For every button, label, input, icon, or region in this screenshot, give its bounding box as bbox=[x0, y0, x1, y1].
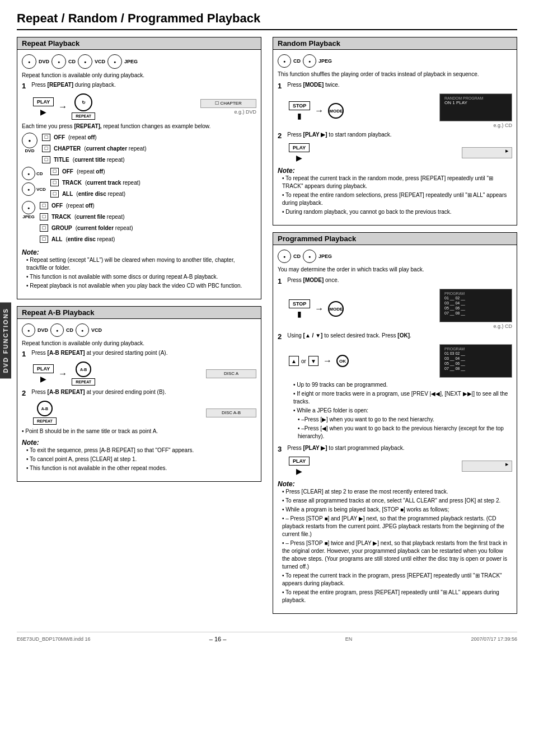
dvd-off-desc: (repeat off) bbox=[68, 134, 97, 140]
jpeg-track-label: TRACK bbox=[51, 214, 71, 220]
prog-note-3: – Press [STOP ■] and [PLAY ▶] next, so t… bbox=[282, 515, 512, 538]
dvd-options: ● DVD ☐ OFF (repeat off) ☐ CHAPTER (curr… bbox=[22, 133, 256, 165]
rand-arrow1: → bbox=[315, 106, 324, 116]
jpeg-track-icon: ☐ bbox=[40, 213, 48, 220]
prog-cd-icon: ● bbox=[278, 250, 291, 263]
prog-note-6: To repeat the entire program, press [REP… bbox=[282, 589, 512, 604]
jpeg-off-icon: ☐ bbox=[40, 202, 48, 209]
random-disc-icons: ● CD ● JPEG bbox=[278, 54, 512, 68]
footer-lang: EN bbox=[345, 636, 353, 642]
prog-note-next: –Press [▶] when you want to go to the ne… bbox=[293, 416, 512, 424]
jpeg-label: JPEG bbox=[124, 59, 138, 64]
cd-all-icon: ☐ bbox=[50, 190, 59, 198]
cd-repeat-items: ☐ OFF (repeat off) ☐ TRACK (current trac… bbox=[50, 167, 140, 199]
prog-jpeg-label: JPEG bbox=[318, 253, 332, 259]
jpeg-all-label: ALL bbox=[51, 236, 62, 242]
prog-note-0: Press [CLEAR] at step 2 to erase the mos… bbox=[282, 488, 512, 496]
repeat-step1-diagram: PLAY ▶ → ↻ REPEAT ☐ CHAPTER e.g.) DVD bbox=[33, 93, 256, 120]
repeat-ab-section: Repeat A-B Playback ● DVD ● CD ● VCD Rep… bbox=[17, 306, 261, 482]
ab-note: Note: To exit the sequence, press [A-B R… bbox=[22, 439, 256, 472]
rand-cd-label: CD bbox=[293, 58, 301, 64]
ok-btn: OK bbox=[336, 355, 349, 367]
prog-note-tracks: Up to 99 tracks can be programmed. bbox=[293, 381, 512, 389]
random-step1-diagram: STOP ▮ → MODE RANDOM PROGRAM ON 1 PLAY e… bbox=[289, 93, 512, 128]
prog-step1-num: 1 bbox=[278, 277, 282, 285]
repeat-note-1: Repeat setting (except "ALL") will be cl… bbox=[26, 256, 256, 272]
vcd-label: VCD bbox=[95, 59, 105, 64]
footer: E6E73UD_BDP170MW8.indd 16 – 16 – EN 2007… bbox=[17, 632, 517, 642]
ab-note-1: To exit the sequence, press [A-B REPEAT]… bbox=[26, 447, 256, 454]
dvd-off: ☐ OFF (repeat off) bbox=[42, 134, 147, 141]
prog-arrow2: → bbox=[323, 356, 332, 366]
jpeg-off-label: OFF bbox=[51, 203, 63, 209]
ab-point-note: • Point B should be in the same title or… bbox=[22, 428, 256, 434]
ab-repeat-btn2: A-B bbox=[37, 401, 53, 416]
random-step2-num: 2 bbox=[278, 132, 282, 140]
left-column: Repeat Playback ● DVD ● CD ● VCD ● JPEG … bbox=[17, 37, 261, 621]
programmed-header: Programmed Playback bbox=[273, 233, 517, 245]
random-step2-text: Press [PLAY ▶] to start random playback. bbox=[287, 132, 391, 138]
dvd-title-label: TITLE bbox=[54, 157, 69, 163]
dvd-title-desc: (current title repeat) bbox=[73, 157, 125, 163]
prog-stop-btn: STOP bbox=[289, 299, 310, 308]
programmed-section: Programmed Playback ● CD ● JPEG You may … bbox=[273, 232, 517, 614]
prog-step3-num: 3 bbox=[278, 445, 282, 453]
prog-cd-label: CD bbox=[293, 253, 301, 259]
ab-repeat-label: REPEAT bbox=[72, 378, 95, 386]
random-step1-num: 1 bbox=[278, 82, 282, 90]
prog-note: Note: Press [CLEAR] at step 2 to erase t… bbox=[278, 480, 512, 604]
rand-mode-btn: MODE bbox=[328, 103, 344, 119]
jpeg-repeat-items: ☐ OFF (repeat off) ☐ TRACK (current file… bbox=[40, 201, 133, 244]
prog-note-2: While a program is being played back, [S… bbox=[282, 506, 512, 514]
cd-all-desc: (entire disc repeat) bbox=[76, 191, 125, 197]
cd-icon: ● bbox=[51, 54, 66, 69]
ab-dvd-label: DVD bbox=[38, 327, 48, 333]
repeat-note-title: Note: bbox=[22, 248, 256, 256]
random-note-list: To repeat the current track in the rando… bbox=[278, 175, 512, 216]
dvd-chapter-desc: (current chapter repeat) bbox=[84, 145, 146, 152]
random-playback-section: Random Playback ● CD ● JPEG This functio… bbox=[273, 37, 517, 226]
prog-note-5: To repeat the current track in the progr… bbox=[282, 572, 512, 588]
jpeg-badge-label: JPEG bbox=[22, 214, 34, 219]
repeat-step1-num: 1 bbox=[22, 82, 26, 90]
prog-disc-icons: ● CD ● JPEG bbox=[278, 250, 512, 263]
repeat-step1: 1 Press [REPEAT] during playback. bbox=[22, 82, 256, 90]
vcd-badge-label: VCD bbox=[36, 187, 46, 192]
dvd-badge: ● bbox=[22, 133, 38, 148]
jpeg-all-icon: ☐ bbox=[40, 236, 48, 243]
ab-note-3: This function is not available in the ot… bbox=[26, 464, 256, 472]
random-step2-diagram: PLAY ▶ ▶ bbox=[289, 143, 512, 162]
cd-track: ☐ TRACK (current track repeat) bbox=[50, 179, 140, 186]
random-note-2: To repeat the entire random selections, … bbox=[282, 191, 512, 207]
repeat-note: Note: Repeat setting (except "ALL") will… bbox=[22, 248, 256, 290]
jpeg-badge: ● bbox=[22, 201, 35, 214]
cd-label: CD bbox=[68, 59, 76, 64]
ab-vcd-label: VCD bbox=[91, 327, 102, 333]
repeat-playback-header: Repeat Playback bbox=[17, 37, 261, 50]
jpeg-group-label: GROUP bbox=[51, 225, 72, 231]
repeat-note-list: Repeat setting (except "ALL") will be cl… bbox=[22, 256, 256, 290]
repeat-disc-icons: ● DVD ● CD ● VCD ● JPEG bbox=[22, 54, 256, 69]
rand-stop-btn: STOP bbox=[289, 101, 310, 110]
random-note-title: Note: bbox=[278, 167, 512, 175]
dvd-chapter-icon: ☐ bbox=[42, 145, 50, 152]
rand-jpeg-label: JPEG bbox=[318, 58, 332, 64]
prog-jpeg-icon: ● bbox=[303, 250, 316, 263]
ab-note-title: Note: bbox=[22, 439, 256, 447]
repeat-playback-section: Repeat Playback ● DVD ● CD ● VCD ● JPEG … bbox=[17, 37, 261, 299]
ab-play-btn: PLAY bbox=[33, 364, 54, 373]
prog-note-title: Note: bbox=[278, 480, 512, 488]
prog-desc: You may determine the order in which tra… bbox=[278, 266, 512, 273]
dvd-off-icon: ☐ bbox=[42, 134, 50, 141]
dvd-title: ☐ TITLE (current title repeat) bbox=[42, 156, 147, 163]
chapter-display: ☐ CHAPTER bbox=[200, 99, 256, 108]
ab-availability: Repeat function is available only during… bbox=[22, 340, 256, 346]
jpeg-off-desc: (repeat off) bbox=[66, 203, 95, 209]
rand-play-display: ▶ bbox=[462, 147, 512, 158]
right-column: Random Playback ● CD ● JPEG This functio… bbox=[273, 37, 517, 621]
jpeg-group: ☐ GROUP (current folder repeat) bbox=[40, 224, 133, 232]
rand-cd-icon: ● bbox=[278, 54, 291, 68]
rand-jpeg-icon: ● bbox=[303, 54, 316, 68]
ab-note-2: To cancel point A, press [CLEAR] at step… bbox=[26, 456, 256, 463]
repeat-step1-text: Press [REPEAT] during playback. bbox=[31, 82, 115, 88]
